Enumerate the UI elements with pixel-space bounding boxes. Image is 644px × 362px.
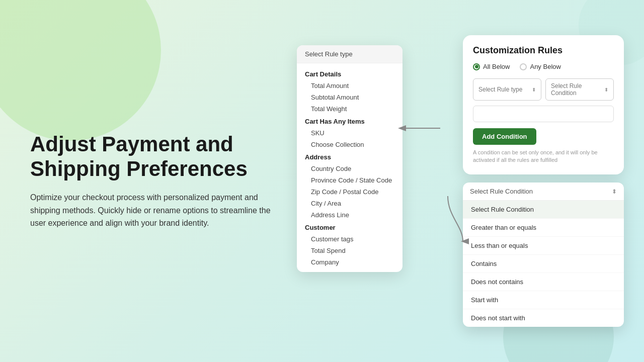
sub-text: Optimize your checkout process with pers… [30, 191, 272, 230]
right-section: Select Rule type Cart Details Total Amou… [312, 20, 614, 342]
select-rule-type-arrow: ⬍ [532, 87, 536, 93]
rule-item-province-code[interactable]: Province Code / State Code [297, 174, 403, 186]
radio-all-below-label: All Below [483, 63, 510, 70]
select-rule-type[interactable]: Select Rule type ⬍ [473, 78, 541, 101]
select-rule-condition-arrow: ⬍ [604, 87, 608, 93]
add-condition-button[interactable]: Add Condition [473, 128, 536, 145]
rule-type-header: Select Rule type [297, 45, 403, 63]
dropdown-option-greater-than-equals[interactable]: Greater than or equals [463, 219, 624, 237]
rule-item-customer-tags[interactable]: Customer tags [297, 233, 403, 245]
rule-item-total-spend[interactable]: Total Spend [297, 245, 403, 256]
rule-item-company[interactable]: Company [297, 256, 403, 268]
dropdown-option-does-not-start-with[interactable]: Does not start with [463, 309, 624, 327]
rule-item-city-area[interactable]: City / Area [297, 198, 403, 209]
condition-dropdown-header-label: Select Rule Condition [470, 188, 533, 195]
select-rule-condition[interactable]: Select Rule Condition ⬍ [545, 78, 614, 101]
dropdown-option-select-rule-condition[interactable]: Select Rule Condition [463, 201, 624, 219]
condition-dropdown-arrow: ⬍ [612, 188, 617, 195]
customization-panel: Customization Rules All Below Any Below … [463, 35, 624, 174]
rule-item-subtotal-amount[interactable]: Subtotal Amount [297, 92, 403, 103]
rule-item-country-code[interactable]: Country Code [297, 163, 403, 174]
main-heading: Adjust Payment and Shipping Preferences [30, 132, 282, 181]
rule-category-customer: Customer [297, 221, 403, 233]
rule-category-cart-details: Cart Details [297, 67, 403, 80]
radio-group: All Below Any Below [473, 63, 614, 70]
rule-item-address-line[interactable]: Address Line [297, 209, 403, 221]
left-section: Adjust Payment and Shipping Preferences … [30, 132, 282, 229]
radio-any-below-label: Any Below [530, 63, 560, 70]
condition-dropdown-header[interactable]: Select Rule Condition ⬍ [463, 183, 624, 201]
selects-row: Select Rule type ⬍ Select Rule Condition… [473, 78, 614, 101]
dropdown-option-start-with[interactable]: Start with [463, 291, 624, 309]
rule-item-sku[interactable]: SKU [297, 127, 403, 139]
select-rule-type-label: Select Rule type [478, 86, 522, 93]
radio-any-below[interactable]: Any Below [520, 63, 560, 70]
dropdown-option-does-not-contains[interactable]: Does not contains [463, 273, 624, 291]
page-layout: Adjust Payment and Shipping Preferences … [0, 0, 644, 362]
radio-dot-any-below [520, 63, 527, 70]
rule-item-total-weight[interactable]: Total Weight [297, 103, 403, 115]
dropdown-option-less-than-equals[interactable]: Less than or equals [463, 237, 624, 255]
rule-category-address: Address [297, 150, 403, 163]
dropdown-option-contains[interactable]: Contains [463, 255, 624, 273]
rule-type-panel: Select Rule type Cart Details Total Amou… [297, 45, 403, 272]
rule-item-choose-collection[interactable]: Choose Collection [297, 139, 403, 150]
customization-panel-title: Customization Rules [473, 45, 614, 56]
rule-item-zip-code[interactable]: Zip Code / Postal Code [297, 186, 403, 198]
condition-value-input[interactable] [473, 106, 614, 122]
condition-dropdown-panel: Select Rule Condition ⬍ Select Rule Cond… [463, 183, 624, 327]
select-rule-condition-label: Select Rule Condition [551, 82, 604, 97]
radio-dot-all-below [473, 63, 480, 70]
condition-note: A condition can be set only once, and it… [473, 149, 614, 164]
radio-all-below[interactable]: All Below [473, 63, 510, 70]
rule-category-cart-has-any-items: Cart Has Any Items [297, 115, 403, 127]
rule-type-body: Cart Details Total Amount Subtotal Amoun… [297, 63, 403, 272]
rule-item-total-amount[interactable]: Total Amount [297, 80, 403, 92]
